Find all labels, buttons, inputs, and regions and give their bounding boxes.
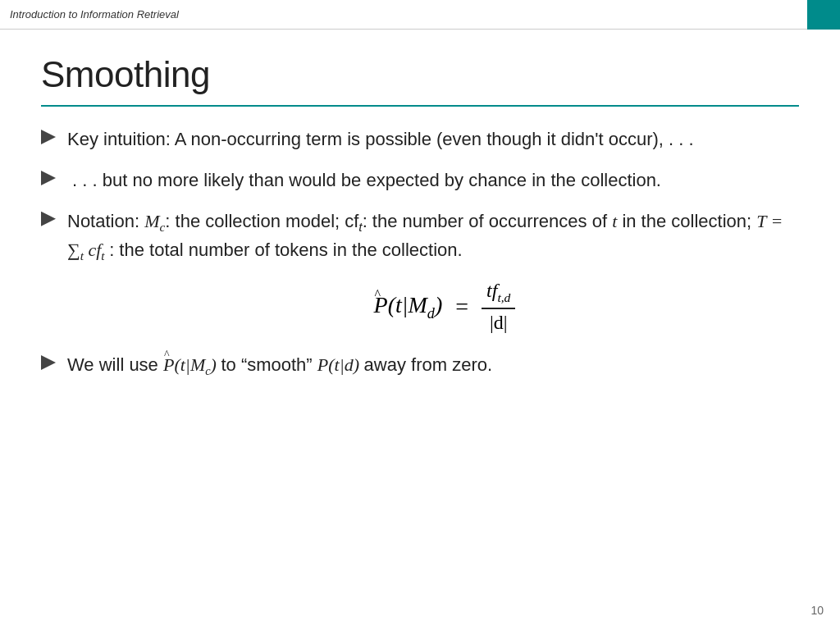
p-hat-symbol: ^ P <box>374 292 388 318</box>
header-bar: Introduction to Information Retrieval <box>0 0 840 30</box>
page-number: 10 <box>810 604 824 617</box>
title-underline <box>41 105 799 107</box>
bullet-marker-1 <box>41 130 56 144</box>
inline-ptd: P(t|d) <box>317 354 364 375</box>
bullet-marker-2 <box>41 171 56 185</box>
bullet-list-2: We will use ^ P (t|Mc) to “smooth” P(t|d… <box>41 352 799 380</box>
bullet-text-last: We will use ^ P (t|Mc) to “smooth” P(t|d… <box>67 352 799 380</box>
math-Mc: Mc <box>144 211 165 231</box>
slide-content: Smoothing Key intuition: A non-occurring… <box>0 30 840 630</box>
bullet-item-2: . . . but no more likely than would be e… <box>41 167 799 194</box>
bullet-item-1: Key intuition: A non-occurring term is p… <box>41 126 799 153</box>
bullet-item-3: Notation: Mc: the collection model; cft:… <box>41 208 799 265</box>
formula-denominator: |d| <box>485 309 513 334</box>
math-T-formula: T = ∑t cft <box>67 211 783 260</box>
formula-block: ^ P (t|Md) = tft,d |d| <box>90 280 799 334</box>
bullet-marker-last <box>41 355 56 370</box>
formula-equals: = <box>450 294 473 320</box>
bullet-text-3: Notation: Mc: the collection model; cft:… <box>67 208 799 265</box>
bullet-marker-3 <box>41 212 56 226</box>
p-hat-mc-symbol: ^ P <box>163 352 174 378</box>
bullet-list: Key intuition: A non-occurring term is p… <box>41 126 799 265</box>
inline-phat-mc: ^ P (t|Mc) <box>163 354 221 375</box>
slide-title: Smoothing <box>41 54 799 95</box>
bullet-text-1: Key intuition: A non-occurring term is p… <box>67 126 799 153</box>
header-title: Introduction to Information Retrieval <box>10 8 179 21</box>
math-sub-t: t <box>358 220 362 234</box>
formula-inner: ^ P (t|Md) = tft,d |d| <box>374 280 516 334</box>
formula-numerator: tft,d <box>482 280 515 309</box>
formula-fraction: tft,d |d| <box>482 280 515 334</box>
bullet-item-last: We will use ^ P (t|Mc) to “smooth” P(t|d… <box>41 352 799 380</box>
bullet-text-2: . . . but no more likely than would be e… <box>67 167 799 194</box>
formula-lhs: ^ P (t|Md) <box>374 292 443 322</box>
header-accent-block <box>807 0 840 30</box>
